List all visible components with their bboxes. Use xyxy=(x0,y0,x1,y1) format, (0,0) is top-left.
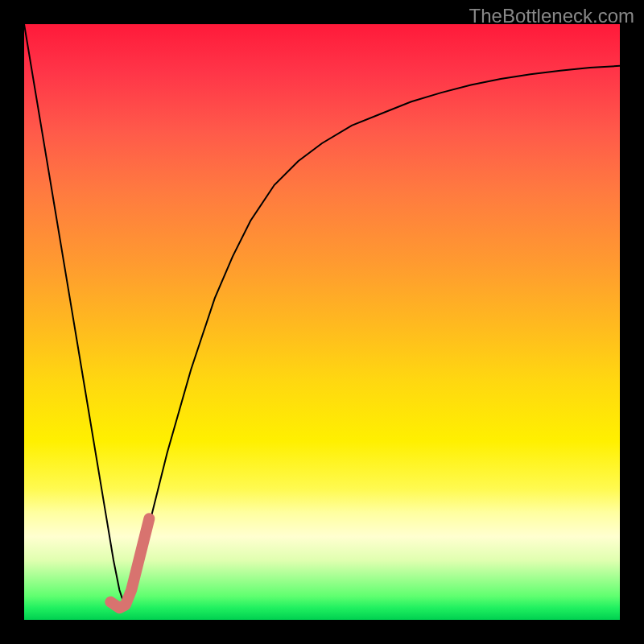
highlight-segment-line xyxy=(110,518,149,608)
watermark-text: TheBottleneck.com xyxy=(469,5,634,27)
chart-plot-area xyxy=(24,24,620,620)
chart-svg xyxy=(24,24,620,620)
bottleneck-curve-line xyxy=(24,24,620,608)
